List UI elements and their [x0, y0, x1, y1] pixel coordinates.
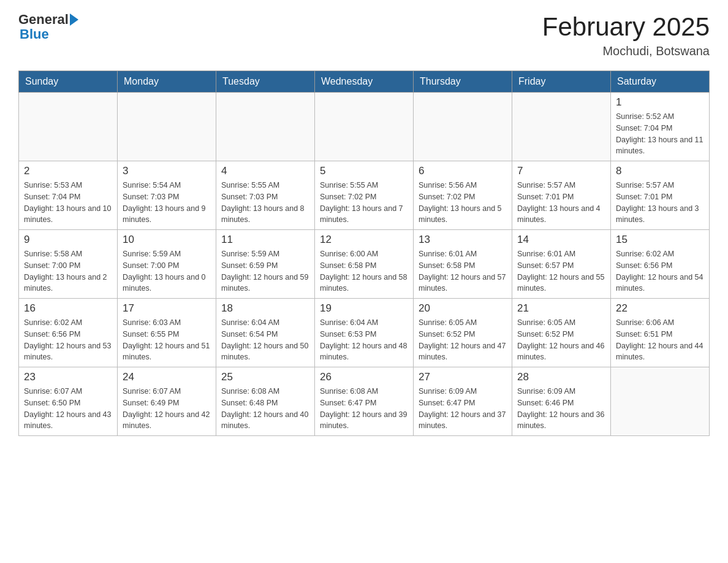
- calendar-cell: [611, 367, 710, 436]
- day-number: 3: [123, 165, 211, 177]
- weekday-header-thursday: Thursday: [414, 71, 512, 93]
- page-header: General Blue February 2025 Mochudi, Bots…: [18, 12, 710, 58]
- day-info: Sunrise: 5:57 AMSunset: 7:01 PMDaylight:…: [616, 180, 704, 226]
- calendar-week-0: 1Sunrise: 5:52 AMSunset: 7:04 PMDaylight…: [19, 93, 710, 161]
- weekday-header-saturday: Saturday: [611, 71, 710, 93]
- day-number: 27: [419, 371, 507, 383]
- day-info: Sunrise: 6:09 AMSunset: 6:46 PMDaylight:…: [517, 386, 605, 432]
- day-number: 1: [616, 96, 704, 109]
- calendar-cell: 17Sunrise: 6:03 AMSunset: 6:55 PMDayligh…: [118, 299, 216, 367]
- calendar-cell: 4Sunrise: 5:55 AMSunset: 7:03 PMDaylight…: [216, 161, 315, 230]
- day-info: Sunrise: 5:59 AMSunset: 7:00 PMDaylight:…: [123, 248, 211, 294]
- day-info: Sunrise: 6:06 AMSunset: 6:51 PMDaylight:…: [616, 317, 704, 363]
- day-number: 17: [123, 302, 211, 315]
- day-number: 2: [24, 165, 112, 177]
- day-number: 8: [616, 165, 704, 177]
- calendar-week-1: 2Sunrise: 5:53 AMSunset: 7:04 PMDaylight…: [19, 161, 710, 230]
- calendar-cell: 26Sunrise: 6:08 AMSunset: 6:47 PMDayligh…: [315, 367, 414, 436]
- calendar-cell: 16Sunrise: 6:02 AMSunset: 6:56 PMDayligh…: [19, 299, 118, 367]
- calendar-cell: 12Sunrise: 6:00 AMSunset: 6:58 PMDayligh…: [315, 230, 414, 299]
- calendar-cell: 20Sunrise: 6:05 AMSunset: 6:52 PMDayligh…: [414, 299, 512, 367]
- calendar-cell: 27Sunrise: 6:09 AMSunset: 6:47 PMDayligh…: [414, 367, 512, 436]
- calendar-cell: [414, 93, 512, 161]
- calendar-cell: 24Sunrise: 6:07 AMSunset: 6:49 PMDayligh…: [118, 367, 216, 436]
- logo-text-general: General: [18, 12, 69, 27]
- calendar-cell: 11Sunrise: 5:59 AMSunset: 6:59 PMDayligh…: [216, 230, 315, 299]
- day-info: Sunrise: 6:09 AMSunset: 6:47 PMDaylight:…: [419, 386, 507, 432]
- day-number: 6: [419, 165, 507, 177]
- day-number: 26: [320, 371, 408, 383]
- weekday-header-sunday: Sunday: [19, 71, 118, 93]
- weekday-header-tuesday: Tuesday: [216, 71, 315, 93]
- calendar-cell: [216, 93, 315, 161]
- day-number: 22: [616, 302, 704, 315]
- day-number: 20: [419, 302, 507, 315]
- day-info: Sunrise: 5:54 AMSunset: 7:03 PMDaylight:…: [123, 180, 211, 226]
- calendar-cell: 1Sunrise: 5:52 AMSunset: 7:04 PMDaylight…: [611, 93, 710, 161]
- day-number: 19: [320, 302, 408, 315]
- day-number: 11: [221, 234, 309, 246]
- calendar-cell: 14Sunrise: 6:01 AMSunset: 6:57 PMDayligh…: [512, 230, 611, 299]
- logo: General Blue: [18, 12, 78, 42]
- calendar-table: SundayMondayTuesdayWednesdayThursdayFrid…: [18, 71, 710, 436]
- weekday-header-monday: Monday: [118, 71, 216, 93]
- calendar-cell: 23Sunrise: 6:07 AMSunset: 6:50 PMDayligh…: [19, 367, 118, 436]
- calendar-cell: 6Sunrise: 5:56 AMSunset: 7:02 PMDaylight…: [414, 161, 512, 230]
- day-number: 25: [221, 371, 309, 383]
- weekday-header-wednesday: Wednesday: [315, 71, 414, 93]
- day-info: Sunrise: 6:08 AMSunset: 6:47 PMDaylight:…: [320, 386, 408, 432]
- day-info: Sunrise: 6:00 AMSunset: 6:58 PMDaylight:…: [320, 248, 408, 294]
- logo-text-blue: Blue: [20, 27, 49, 42]
- day-number: 16: [24, 302, 112, 315]
- calendar-cell: 13Sunrise: 6:01 AMSunset: 6:58 PMDayligh…: [414, 230, 512, 299]
- calendar-cell: 28Sunrise: 6:09 AMSunset: 6:46 PMDayligh…: [512, 367, 611, 436]
- day-info: Sunrise: 5:59 AMSunset: 6:59 PMDaylight:…: [221, 248, 309, 294]
- calendar-cell: 8Sunrise: 5:57 AMSunset: 7:01 PMDaylight…: [611, 161, 710, 230]
- day-number: 5: [320, 165, 408, 177]
- day-info: Sunrise: 6:01 AMSunset: 6:58 PMDaylight:…: [419, 248, 507, 294]
- day-info: Sunrise: 6:05 AMSunset: 6:52 PMDaylight:…: [419, 317, 507, 363]
- calendar-week-4: 23Sunrise: 6:07 AMSunset: 6:50 PMDayligh…: [19, 367, 710, 436]
- day-number: 10: [123, 234, 211, 246]
- day-number: 21: [517, 302, 605, 315]
- day-number: 18: [221, 302, 309, 315]
- location: Mochudi, Botswana: [542, 44, 710, 58]
- day-info: Sunrise: 5:52 AMSunset: 7:04 PMDaylight:…: [616, 111, 704, 157]
- day-info: Sunrise: 6:08 AMSunset: 6:48 PMDaylight:…: [221, 386, 309, 432]
- day-number: 12: [320, 234, 408, 246]
- day-number: 14: [517, 234, 605, 246]
- day-info: Sunrise: 6:03 AMSunset: 6:55 PMDaylight:…: [123, 317, 211, 363]
- calendar-cell: [19, 93, 118, 161]
- calendar-cell: [118, 93, 216, 161]
- calendar-cell: 25Sunrise: 6:08 AMSunset: 6:48 PMDayligh…: [216, 367, 315, 436]
- calendar-cell: 2Sunrise: 5:53 AMSunset: 7:04 PMDaylight…: [19, 161, 118, 230]
- day-info: Sunrise: 5:53 AMSunset: 7:04 PMDaylight:…: [24, 180, 112, 226]
- logo-arrow-icon: [70, 13, 78, 26]
- day-info: Sunrise: 6:05 AMSunset: 6:52 PMDaylight:…: [517, 317, 605, 363]
- day-number: 28: [517, 371, 605, 383]
- month-title: February 2025: [542, 12, 710, 42]
- day-info: Sunrise: 6:01 AMSunset: 6:57 PMDaylight:…: [517, 248, 605, 294]
- calendar-week-2: 9Sunrise: 5:58 AMSunset: 7:00 PMDaylight…: [19, 230, 710, 299]
- calendar-cell: [512, 93, 611, 161]
- calendar-cell: 7Sunrise: 5:57 AMSunset: 7:01 PMDaylight…: [512, 161, 611, 230]
- day-number: 9: [24, 234, 112, 246]
- calendar-cell: 18Sunrise: 6:04 AMSunset: 6:54 PMDayligh…: [216, 299, 315, 367]
- calendar-cell: 10Sunrise: 5:59 AMSunset: 7:00 PMDayligh…: [118, 230, 216, 299]
- day-info: Sunrise: 5:55 AMSunset: 7:02 PMDaylight:…: [320, 180, 408, 226]
- weekday-header-friday: Friday: [512, 71, 611, 93]
- day-number: 13: [419, 234, 507, 246]
- day-number: 7: [517, 165, 605, 177]
- calendar-cell: 19Sunrise: 6:04 AMSunset: 6:53 PMDayligh…: [315, 299, 414, 367]
- weekday-header-row: SundayMondayTuesdayWednesdayThursdayFrid…: [19, 71, 710, 93]
- calendar-cell: 5Sunrise: 5:55 AMSunset: 7:02 PMDaylight…: [315, 161, 414, 230]
- day-info: Sunrise: 6:02 AMSunset: 6:56 PMDaylight:…: [616, 248, 704, 294]
- calendar-cell: [315, 93, 414, 161]
- calendar-cell: 15Sunrise: 6:02 AMSunset: 6:56 PMDayligh…: [611, 230, 710, 299]
- day-number: 4: [221, 165, 309, 177]
- calendar-cell: 22Sunrise: 6:06 AMSunset: 6:51 PMDayligh…: [611, 299, 710, 367]
- day-info: Sunrise: 5:58 AMSunset: 7:00 PMDaylight:…: [24, 248, 112, 294]
- day-info: Sunrise: 6:04 AMSunset: 6:53 PMDaylight:…: [320, 317, 408, 363]
- day-number: 15: [616, 234, 704, 246]
- calendar-cell: 21Sunrise: 6:05 AMSunset: 6:52 PMDayligh…: [512, 299, 611, 367]
